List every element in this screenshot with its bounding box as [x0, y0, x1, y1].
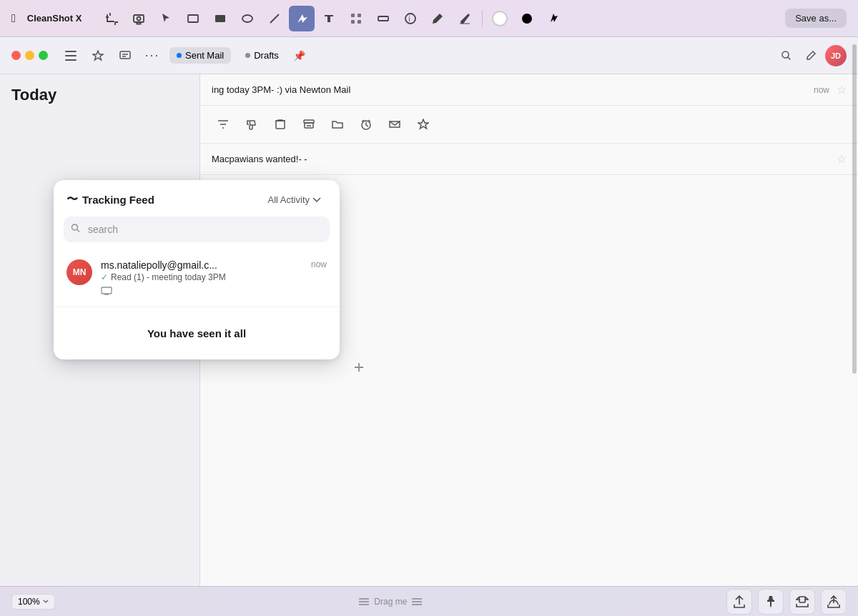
svg-rect-16 — [65, 59, 77, 61]
stroke-color-tool[interactable] — [514, 6, 540, 31]
upload-button[interactable] — [821, 589, 847, 615]
mail-item-time: now — [311, 259, 327, 269]
svg-point-18 — [782, 51, 789, 58]
text-tool[interactable] — [316, 6, 342, 31]
tracking-feed-popup: 〜 Tracking Feed All Activity MN — [54, 180, 340, 359]
mail-titlebar: ··· Sent Mail Drafts 📌 — [0, 37, 858, 74]
svg-text:i: i — [409, 15, 410, 23]
drag-me-label: Drag me — [374, 597, 407, 607]
bottom-actions — [726, 589, 847, 615]
minimize-button[interactable] — [25, 51, 34, 60]
tracking-title: 〜 Tracking Feed — [66, 192, 154, 207]
signature-tool[interactable] — [452, 6, 478, 31]
search-input[interactable] — [64, 217, 330, 242]
traffic-lights — [11, 51, 48, 60]
zoom-selector[interactable]: 100% — [11, 594, 55, 610]
svg-rect-2 — [188, 15, 198, 22]
delete-button[interactable] — [269, 113, 292, 136]
filled-rect-tool[interactable] — [207, 6, 233, 31]
today-label: Today — [0, 74, 199, 110]
sent-mail-tab[interactable]: Sent Mail — [169, 47, 231, 64]
svg-rect-24 — [102, 287, 112, 294]
tracking-title-text: Tracking Feed — [82, 194, 154, 206]
scrollbar[interactable] — [849, 37, 858, 586]
export-button[interactable] — [789, 589, 815, 615]
sender-email: ms.nataliepolly@gmail.c... — [101, 259, 302, 271]
drafts-tab-dot — [245, 53, 250, 58]
info-tool[interactable]: i — [398, 6, 423, 31]
email-row-right: now ☆ — [814, 83, 847, 96]
sent-mail-tab-dot — [177, 53, 182, 58]
drag-me-bar: Drag me — [64, 597, 718, 607]
star-button-action[interactable] — [412, 113, 435, 136]
pen-tool[interactable] — [425, 6, 450, 31]
email-row[interactable]: ing today 3PM- :) via Newton Mail now ☆ — [200, 74, 858, 106]
color-picker-tool[interactable] — [487, 6, 513, 31]
device-icon — [101, 285, 302, 298]
email-row-2[interactable]: Macpawians wanted!- - ☆ — [200, 144, 858, 175]
folder-button[interactable] — [326, 113, 349, 136]
mark-read-button[interactable] — [383, 113, 406, 136]
email-subject-2: Macpawians wanted!- - — [212, 154, 837, 164]
svg-rect-25 — [799, 597, 805, 602]
svg-point-23 — [72, 224, 78, 230]
add-button[interactable] — [349, 357, 369, 377]
svg-rect-14 — [65, 51, 77, 52]
save-as-button[interactable]: Save as... — [785, 9, 847, 28]
line-tool[interactable] — [262, 6, 287, 31]
pixelate-tool[interactable] — [343, 6, 369, 31]
drag-handle[interactable]: Drag me — [358, 597, 423, 607]
svg-rect-9 — [358, 20, 361, 24]
select-tool[interactable] — [153, 6, 179, 31]
sidebar-toggle-button[interactable] — [61, 46, 81, 66]
tracking-header: 〜 Tracking Feed All Activity — [54, 180, 340, 217]
pin-button[interactable] — [758, 589, 784, 615]
arrow-tool[interactable] — [289, 6, 315, 31]
avatar[interactable]: JD — [825, 45, 847, 66]
highlight-tool[interactable] — [370, 6, 396, 31]
thin-arrow-tool[interactable] — [541, 6, 567, 31]
svg-rect-17 — [120, 51, 130, 59]
share-button[interactable] — [726, 589, 752, 615]
email-row-right-2: ☆ — [837, 152, 847, 166]
dislike-button[interactable] — [240, 113, 263, 136]
crop-tool[interactable] — [99, 6, 124, 31]
star-icon-2[interactable]: ☆ — [837, 152, 847, 166]
scroll-thumb[interactable] — [852, 44, 857, 374]
star-button[interactable] — [88, 46, 108, 66]
svg-point-11 — [405, 14, 415, 24]
svg-rect-7 — [358, 14, 361, 17]
activity-filter-selector[interactable]: All Activity — [262, 192, 327, 208]
drafts-tab[interactable]: Drafts — [238, 47, 286, 64]
zoom-chevron-icon — [43, 600, 49, 604]
color-circle — [492, 11, 508, 26]
svg-rect-15 — [65, 55, 77, 56]
search-button[interactable] — [776, 46, 797, 66]
drafts-tab-label: Drafts — [254, 50, 279, 61]
pin-icon[interactable]: 📌 — [293, 50, 305, 61]
apple-logo-icon:  — [11, 12, 16, 25]
screen-capture-tool[interactable] — [126, 6, 152, 31]
toolbar-separator — [482, 10, 483, 27]
drag-lines-icon-right — [411, 597, 423, 606]
sender-avatar: MN — [66, 259, 92, 285]
maximize-button[interactable] — [39, 51, 48, 60]
close-button[interactable] — [11, 51, 21, 60]
ellipse-tool[interactable] — [235, 6, 260, 31]
edit-button[interactable] — [801, 46, 821, 66]
tracking-feed-item[interactable]: MN ms.nataliepolly@gmail.c... ✓ Read (1)… — [54, 251, 340, 307]
archive-button[interactable] — [297, 113, 320, 136]
more-options-button[interactable]: ··· — [142, 46, 162, 66]
app-title: CleanShot X — [27, 13, 82, 24]
rectangle-tool[interactable] — [180, 6, 206, 31]
chevron-down-icon — [312, 197, 321, 203]
drag-lines-icon — [358, 597, 370, 606]
tracking-icon: 〜 — [66, 192, 78, 207]
compose-button[interactable] — [115, 46, 135, 66]
cleanshot-toolbar:  CleanShot X — [0, 0, 858, 37]
star-icon[interactable]: ☆ — [837, 83, 847, 96]
filter-button[interactable] — [212, 113, 235, 136]
mail-action-icons: JD — [776, 45, 847, 66]
snooze-button[interactable] — [355, 113, 378, 136]
email-time: now — [814, 85, 829, 95]
